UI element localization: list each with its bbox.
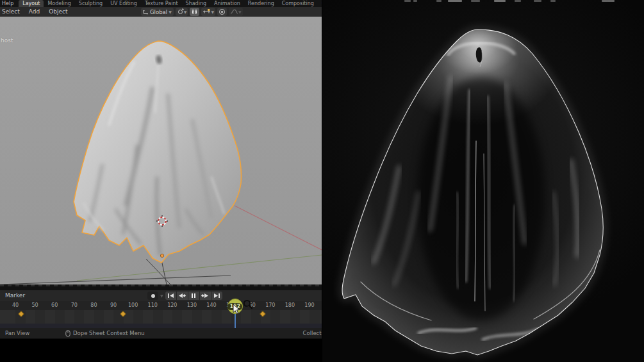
snap-increment-icon — [202, 8, 211, 15]
chevron-down-icon: ▼ — [184, 8, 187, 16]
tab-compositing[interactable]: Compositing — [278, 0, 318, 7]
mouse-icon — [65, 330, 70, 337]
record-icon — [151, 293, 156, 299]
help-menu[interactable]: Help — [0, 0, 19, 7]
chevron-down-icon: ▼ — [211, 8, 214, 16]
cropped-header-artifact — [494, 0, 506, 2]
marker-menu[interactable]: Marker — [5, 290, 25, 301]
status-bar: Pan View Dope Sheet Context Menu Collect… — [0, 328, 322, 338]
rendered-ghost-image — [322, 0, 644, 362]
menu-add[interactable]: Add — [24, 7, 44, 17]
dopesheet-summary-band — [0, 324, 322, 328]
menu-select[interactable]: Select — [0, 7, 24, 17]
auto-keying-button[interactable] — [147, 292, 158, 300]
tab-rendering[interactable]: Rendering — [244, 0, 278, 7]
snap-toggle-button[interactable] — [190, 8, 199, 16]
tab-modeling[interactable]: Modeling — [44, 0, 74, 7]
timeline-ruler[interactable]: 4050607080901001101201301401501601701801… — [0, 301, 322, 310]
magnet-icon — [191, 8, 198, 15]
tab-uv-editing[interactable]: UV Editing — [106, 0, 141, 7]
viewport-menus: SelectAddObject — [0, 7, 72, 17]
cropped-header-artifact — [550, 0, 556, 2]
magnifier-icon — [243, 299, 253, 309]
cropped-header-artifact — [534, 0, 541, 2]
keyframe-diamond[interactable] — [260, 311, 266, 317]
next-keyframe-button[interactable] — [200, 292, 211, 300]
ruler-tick-170: 170 — [265, 301, 275, 310]
status-collection: Collecti — [303, 328, 322, 338]
topbar: Help LayoutModelingSculptingUV EditingTe… — [0, 0, 322, 7]
keyframe-diamond[interactable] — [18, 311, 24, 317]
tab-animation[interactable]: Animation — [210, 0, 244, 7]
grid-x-axis-line — [235, 206, 322, 250]
cropped-header-artifact — [436, 0, 442, 2]
tab-sculpting[interactable]: Sculpting — [75, 0, 106, 7]
ruler-tick-40: 40 — [12, 301, 19, 310]
snap-settings-button[interactable]: ▼ — [201, 8, 215, 16]
chevron-down-icon: ▼ — [238, 8, 242, 16]
mouse-cursor — [233, 304, 241, 315]
falloff-curve-icon — [230, 8, 238, 15]
ruler-tick-120: 120 — [167, 301, 177, 310]
proportional-edit-button[interactable] — [217, 8, 227, 16]
ruler-tick-90: 90 — [110, 301, 117, 310]
viewport-3d[interactable]: host — [0, 17, 322, 284]
status-pan-view: Pan View — [5, 328, 29, 338]
ruler-tick-100: 100 — [128, 301, 138, 310]
transport-buttons — [165, 292, 222, 300]
pause-button[interactable] — [188, 292, 199, 300]
ruler-tick-80: 80 — [90, 301, 97, 310]
proportional-falloff-button[interactable]: ▼ — [229, 8, 243, 16]
timeline-header: Marker ▼ — [0, 290, 322, 301]
orientation-value: Global — [150, 9, 167, 15]
ruler-tick-190: 190 — [304, 301, 314, 310]
chevron-down-icon: ▼ — [169, 8, 172, 16]
wire-line — [146, 259, 170, 284]
tab-texture-paint[interactable]: Texture Paint — [141, 0, 182, 7]
prev-keyframe-button[interactable] — [177, 292, 188, 300]
tab-layout[interactable]: Layout — [19, 0, 44, 7]
proportional-edit-icon — [219, 8, 226, 15]
transform-orientation-dropdown[interactable]: Global ▼ — [141, 8, 174, 16]
cropped-header-artifact — [602, 0, 615, 2]
ghost-mesh-selected[interactable] — [74, 41, 241, 263]
orientation-axes-icon — [143, 9, 149, 15]
cropped-header-artifact — [448, 0, 462, 2]
viewport-tools: Global ▼ ▼ ▼ ▼ — [141, 8, 243, 16]
chevron-down-icon[interactable]: ▼ — [160, 292, 163, 300]
cropped-header-artifact — [471, 0, 480, 2]
ruler-tick-70: 70 — [71, 301, 78, 310]
ruler-tick-60: 60 — [51, 301, 58, 310]
ruler-tick-50: 50 — [32, 301, 38, 310]
keyframe-diamond[interactable] — [120, 311, 126, 317]
cropped-header-artifact — [515, 0, 521, 2]
jump-to-start-button[interactable] — [165, 292, 176, 300]
viewport-scene — [0, 17, 322, 284]
cropped-header-artifact — [413, 0, 417, 2]
ruler-tick-180: 180 — [285, 301, 295, 310]
render-view — [322, 0, 644, 362]
pivot-point-button[interactable]: ▼ — [176, 8, 188, 16]
workspace-tabs: LayoutModelingSculptingUV EditingTexture… — [19, 0, 322, 7]
screenshot-root: Help LayoutModelingSculptingUV EditingTe… — [0, 0, 644, 362]
pivot-icon — [177, 8, 184, 15]
active-object-label: host — [1, 37, 13, 44]
ruler-tick-110: 110 — [148, 301, 158, 310]
tab-shading[interactable]: Shading — [182, 0, 211, 7]
tab-geometry-nodes[interactable]: Geometry Nodes — [318, 0, 322, 7]
playback-controls: ▼ — [147, 292, 222, 300]
object-origin-dot — [160, 254, 163, 257]
menu-object[interactable]: Object — [44, 7, 72, 17]
dopesheet-channels[interactable] — [0, 310, 322, 324]
ruler-tick-140: 140 — [206, 301, 216, 310]
status-context-menu: Dope Sheet Context Menu — [73, 328, 145, 338]
ruler-tick-130: 130 — [187, 301, 197, 310]
jump-to-end-button[interactable] — [211, 292, 222, 300]
viewport-header: SelectAddObject Global ▼ ▼ — [0, 7, 322, 17]
blender-window: Help LayoutModelingSculptingUV EditingTe… — [0, 0, 322, 339]
cropped-header-artifact — [404, 0, 411, 2]
